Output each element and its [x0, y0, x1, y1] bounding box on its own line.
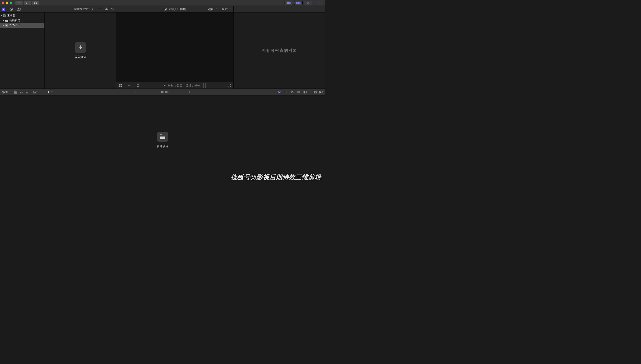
solo-icon[interactable]: [297, 91, 300, 94]
toolbar-secondary: 隐藏被拒绝的 ▲▼ 未载入任何项 适合 ﹀ 显示 ﹀: [0, 6, 325, 12]
minimize-window-button[interactable]: [6, 2, 8, 4]
append-clip-icon[interactable]: [26, 90, 30, 94]
search-icon[interactable]: [111, 8, 114, 10]
svg-rect-42: [119, 86, 120, 86]
svg-point-30: [112, 8, 113, 10]
svg-point-20: [307, 2, 308, 2]
svg-rect-33: [3, 14, 5, 15]
keyword-button[interactable]: [24, 1, 31, 5]
traffic-lights: [2, 2, 12, 4]
timeline-right-tools: [278, 90, 323, 94]
chevron-down-icon: ﹀: [229, 8, 231, 10]
overwrite-clip-icon[interactable]: ﹀: [33, 90, 38, 94]
folder-icon: [5, 19, 9, 22]
background-tasks-button[interactable]: [32, 1, 39, 5]
svg-rect-48: [22, 92, 23, 93]
import-media-button[interactable]: [75, 42, 86, 53]
viewer-right-controls: 适合 ﹀ 显示 ﹀: [208, 7, 231, 11]
event-star-icon: [5, 24, 9, 26]
svg-point-0: [26, 2, 27, 4]
chevron-down-icon: ﹀: [132, 84, 134, 87]
sort-arrows-icon: ▲▼: [91, 8, 93, 10]
svg-rect-53: [34, 91, 35, 92]
sidebar-root-item[interactable]: ▼ 未命名: [0, 13, 45, 18]
viewer-controls: ﹀ ﹀ ﹀ ▶ 00:00:00:00: [116, 82, 233, 88]
svg-rect-34: [5, 14, 6, 15]
connect-clip-icon[interactable]: [14, 90, 17, 94]
photos-tab-icon[interactable]: [9, 7, 13, 11]
new-project-button[interactable]: [157, 132, 168, 142]
snapping-icon[interactable]: [278, 90, 281, 94]
disclosure-triangle-icon[interactable]: ▶: [3, 19, 5, 22]
select-tool-icon[interactable]: ﹀: [48, 90, 53, 94]
transitions-browser-icon[interactable]: [319, 91, 323, 94]
svg-point-1: [34, 2, 37, 4]
timeline-time-label: 00:00: [161, 90, 169, 94]
import-media-label: 导入媒体: [75, 55, 86, 59]
transform-tool-button[interactable]: ﹀: [119, 84, 125, 87]
close-window-button[interactable]: [2, 2, 4, 4]
sidebar-root-label: 未命名: [7, 14, 15, 18]
svg-point-27: [11, 9, 12, 10]
svg-rect-15: [298, 2, 299, 3]
prev-edit-icon[interactable]: 〈: [134, 90, 136, 94]
chevron-down-icon[interactable]: ﹀: [157, 90, 159, 94]
timeline-index-button[interactable]: 索引: [2, 90, 8, 94]
disclosure-triangle-icon[interactable]: ▼: [1, 14, 2, 16]
browser-view-icons: [99, 8, 114, 10]
maximize-window-button[interactable]: [10, 2, 12, 4]
svg-rect-8: [287, 2, 288, 3]
sidebar-item-label: 智能精选: [9, 18, 20, 22]
fullscreen-icon[interactable]: [228, 84, 231, 87]
new-project-label: 新建项目: [157, 144, 168, 148]
list-view-icon[interactable]: [99, 8, 102, 10]
inspector-toolbar-space: [234, 6, 325, 12]
svg-rect-47: [20, 92, 21, 93]
chevron-down-icon: ﹀: [140, 84, 142, 87]
svg-rect-46: [14, 92, 17, 94]
audio-meters: [203, 83, 206, 88]
audio-skimming-icon[interactable]: [291, 90, 294, 94]
svg-rect-57: [304, 91, 305, 93]
show-browser-button[interactable]: [285, 1, 293, 5]
show-inspector-button[interactable]: [304, 1, 312, 5]
show-timeline-button[interactable]: [294, 1, 303, 5]
sidebar-item-event[interactable]: ▶ 2022-1-5: [0, 23, 45, 28]
svg-rect-49: [21, 91, 22, 92]
svg-rect-55: [298, 92, 300, 92]
insert-clip-icon[interactable]: [20, 90, 23, 94]
favorite-icon[interactable]: [164, 8, 167, 10]
next-edit-icon[interactable]: 〉: [189, 90, 192, 94]
timeline-toolbar: 索引 ﹀ ﹀ 〈 ﹀ 00:00 〉: [0, 89, 325, 96]
color-tool-button[interactable]: ﹀: [136, 84, 142, 87]
play-icon[interactable]: ▶: [164, 84, 166, 87]
svg-rect-35: [3, 16, 5, 16]
inspector-panel: 没有可检查的对象: [234, 12, 325, 88]
library-tab-icon[interactable]: [2, 8, 5, 11]
share-button[interactable]: [317, 1, 323, 5]
timecode-display: ▶ 00:00:00:00: [164, 83, 200, 88]
viewer-zoom-dropdown[interactable]: 适合 ﹀: [208, 7, 217, 11]
filmstrip-view-icon[interactable]: [105, 8, 108, 10]
meter-bar: [205, 83, 206, 88]
svg-rect-19: [300, 3, 300, 4]
effects-browser-icon[interactable]: [314, 91, 317, 94]
svg-marker-32: [164, 8, 166, 10]
retime-tool-button[interactable]: ﹀: [128, 84, 134, 87]
clip-appearance-icon[interactable]: [304, 91, 307, 94]
sidebar-item-smart[interactable]: ▶ 智能精选: [0, 18, 45, 23]
browser-filter-dropdown[interactable]: 隐藏被拒绝的 ▲▼: [74, 7, 93, 11]
browser-filter-label: 隐藏被拒绝的: [74, 7, 90, 11]
skimming-icon[interactable]: [284, 90, 287, 94]
titles-tab-icon[interactable]: [17, 8, 21, 11]
import-button[interactable]: [16, 1, 23, 5]
svg-rect-59: [314, 92, 316, 93]
svg-rect-61: [160, 136, 165, 136]
svg-rect-16: [300, 2, 300, 3]
svg-rect-36: [5, 16, 6, 16]
disclosure-triangle-icon[interactable]: ▶: [3, 24, 5, 26]
viewer-display-label: 显示: [222, 7, 228, 11]
chevron-down-icon: ﹀: [215, 8, 217, 10]
meter-bar: [203, 83, 204, 88]
viewer-display-dropdown[interactable]: 显示 ﹀: [222, 7, 231, 11]
